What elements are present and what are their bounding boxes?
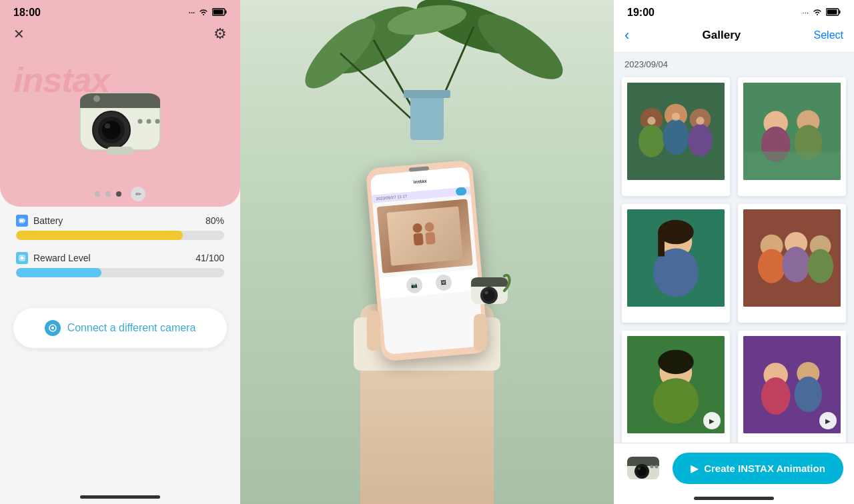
svg-rect-33: [413, 233, 424, 245]
svg-point-8: [102, 121, 121, 139]
hand-phone-scene: instax 2023/09/27 11:17: [314, 131, 540, 504]
svg-point-52: [647, 117, 655, 125]
svg-rect-65: [658, 232, 665, 257]
connect-camera-button[interactable]: Connect a different camera: [13, 308, 227, 348]
dots-indicator: ✏: [0, 187, 240, 201]
reward-stat: Reward Level 41/100: [16, 252, 224, 277]
home-bar-right: [694, 497, 774, 500]
svg-rect-5: [80, 101, 160, 108]
camera-illustration: [63, 73, 177, 167]
edit-button[interactable]: ✏: [131, 187, 145, 201]
nav-bar-right: ‹ Gallery Select: [614, 21, 854, 53]
battery-progress-bg: [16, 231, 224, 240]
reward-label-text: Reward Level: [33, 253, 91, 263]
create-anim-icon: ▶: [691, 462, 699, 475]
play-button-6[interactable]: ▶: [819, 412, 837, 429]
connect-camera-icon: [45, 320, 61, 336]
stats-section: Battery 80% Reward Level 41/100: [0, 201, 240, 296]
dot-1[interactable]: [95, 191, 100, 197]
bottom-bar-right: ▶ Create INSTAX Animation: [614, 443, 854, 493]
svg-point-72: [807, 249, 833, 283]
connect-button-label: Connect a different camera: [67, 322, 196, 334]
photo-card-2[interactable]: [738, 77, 846, 196]
svg-rect-60: [743, 151, 841, 180]
plant-decoration: [240, 0, 614, 147]
svg-point-40: [483, 289, 495, 301]
status-icons-left: ···: [189, 8, 227, 17]
battery-stat: Battery 80%: [16, 215, 224, 240]
svg-rect-38: [471, 282, 508, 287]
back-button[interactable]: ‹: [624, 27, 629, 44]
svg-rect-43: [839, 11, 841, 14]
svg-point-34: [424, 222, 434, 232]
home-indicator-left: [80, 495, 160, 499]
settings-button[interactable]: ⚙: [214, 25, 227, 43]
create-anim-label: Create INSTAX Animation: [704, 463, 825, 474]
camera-image-area: [0, 60, 240, 180]
photo-image-3: [627, 209, 725, 307]
photo-card-6[interactable]: ▶: [738, 331, 846, 443]
photo-card-5[interactable]: ▶: [622, 331, 730, 443]
svg-rect-44: [827, 10, 837, 15]
photo-image-4: [743, 209, 841, 307]
right-panel: 19:00 ··· ‹ Gallery Select: [614, 0, 854, 504]
gallery-title: Gallery: [703, 29, 741, 42]
svg-point-70: [782, 247, 809, 283]
svg-point-12: [155, 119, 160, 124]
svg-point-9: [105, 123, 110, 129]
svg-rect-1: [226, 11, 227, 14]
create-animation-button[interactable]: ▶ Create INSTAX Animation: [673, 453, 843, 484]
svg-point-32: [412, 223, 422, 233]
close-button[interactable]: ✕: [13, 26, 25, 42]
reward-stat-icon: [16, 252, 28, 264]
photo-image-5: ▶: [627, 336, 725, 433]
svg-point-54: [696, 117, 704, 125]
svg-point-75: [653, 378, 699, 423]
signal-dots-icon-right: ···: [803, 9, 809, 17]
svg-point-88: [651, 465, 654, 469]
wifi-icon-right: [812, 8, 823, 17]
battery-label-left: Battery: [16, 215, 63, 227]
play-button-5[interactable]: ▶: [703, 412, 721, 429]
battery-label-row: Battery 80%: [16, 215, 224, 227]
svg-rect-35: [425, 232, 436, 245]
photo-image-2: [743, 83, 841, 180]
reward-value: 41/100: [195, 253, 224, 263]
reward-label-left: Reward Level: [16, 252, 91, 264]
svg-point-89: [655, 465, 659, 469]
svg-point-13: [93, 95, 100, 102]
battery-icon-right: [826, 8, 841, 17]
reward-progress-fill: [16, 268, 101, 277]
svg-point-53: [672, 113, 680, 121]
photo-card-3[interactable]: [622, 204, 730, 323]
status-icons-right: ···: [803, 8, 841, 17]
mini-camera: [624, 451, 665, 485]
status-bar-left: 18:00 ···: [0, 0, 240, 21]
date-label: 2023/09/04: [614, 53, 854, 73]
battery-progress-fill: [16, 231, 183, 240]
dot-3[interactable]: [116, 191, 121, 197]
photo-card-1[interactable]: [622, 77, 730, 196]
signal-dots-icon: ···: [189, 9, 195, 17]
tiny-camera: [468, 271, 514, 311]
svg-rect-17: [20, 219, 23, 222]
dot-2[interactable]: [105, 191, 111, 197]
photo-card-4[interactable]: [738, 204, 846, 323]
battery-stat-icon: [16, 215, 28, 227]
svg-point-10: [138, 119, 143, 124]
svg-rect-19: [21, 257, 24, 260]
svg-point-79: [761, 377, 791, 415]
gallery-grid: ▶ ▶: [614, 73, 854, 443]
svg-rect-31: [404, 90, 450, 98]
svg-point-41: [485, 291, 488, 295]
svg-point-76: [658, 350, 694, 375]
svg-point-81: [795, 377, 822, 413]
select-button[interactable]: Select: [814, 29, 843, 41]
svg-point-49: [663, 119, 689, 155]
home-indicator-right: [614, 493, 854, 504]
reward-progress-bg: [16, 268, 224, 277]
svg-point-21: [51, 327, 54, 329]
svg-rect-14: [107, 147, 133, 155]
svg-rect-2: [214, 10, 224, 15]
photo-image-6: ▶: [743, 336, 841, 433]
